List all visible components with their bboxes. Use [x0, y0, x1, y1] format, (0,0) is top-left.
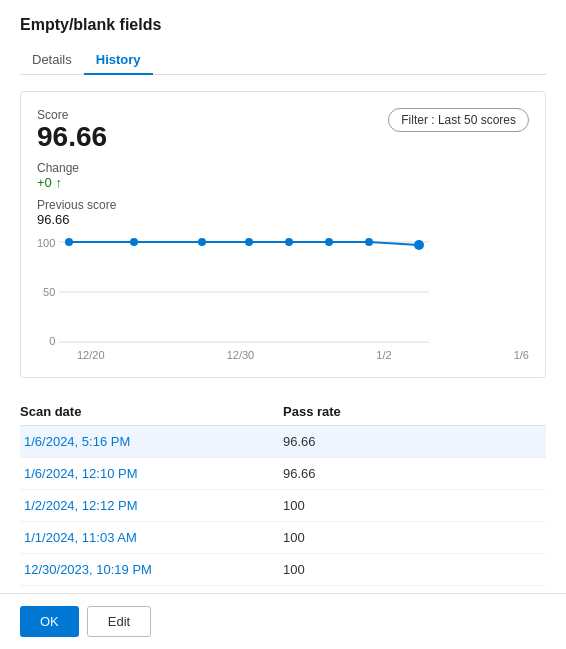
svg-point-6 — [245, 238, 253, 246]
table-row: 1/6/2024, 5:16 PM 96.66 — [20, 426, 546, 458]
svg-point-7 — [285, 238, 293, 246]
col-scan-date: Scan date — [20, 404, 283, 419]
y-label-0: 0 — [49, 335, 55, 347]
svg-point-5 — [198, 238, 206, 246]
chart-area: 100 50 0 — [37, 237, 529, 361]
y-label-50: 50 — [43, 286, 55, 298]
col-pass-rate: Pass rate — [283, 404, 546, 419]
page-title: Empty/blank fields — [20, 16, 546, 34]
chart-card: Score 96.66 Change +0 ↑ Previous score 9… — [20, 91, 546, 378]
prev-score-label: Previous score — [37, 198, 147, 212]
pass-rate-cell: 96.66 — [283, 466, 542, 481]
scan-date-cell[interactable]: 1/2/2024, 12:12 PM — [24, 498, 283, 513]
tab-bar: Details History — [20, 46, 546, 75]
footer: OK Edit — [0, 593, 566, 649]
score-label: Score — [37, 108, 147, 122]
filter-button[interactable]: Filter : Last 50 scores — [388, 108, 529, 132]
x-label-12: 1/2 — [376, 349, 391, 361]
scan-date-cell[interactable]: 12/30/2023, 10:19 PM — [24, 562, 283, 577]
x-axis: 12/20 12/30 1/2 1/6 — [37, 349, 529, 361]
table-row: 1/2/2024, 12:12 PM 100 — [20, 490, 546, 522]
svg-point-8 — [325, 238, 333, 246]
svg-point-10 — [414, 240, 424, 250]
scan-date-cell[interactable]: 1/6/2024, 5:16 PM — [24, 434, 283, 449]
chart-svg — [59, 237, 429, 347]
scan-date-cell[interactable]: 1/6/2024, 12:10 PM — [24, 466, 283, 481]
svg-point-4 — [130, 238, 138, 246]
pass-rate-cell: 100 — [283, 498, 542, 513]
change-label: Change — [37, 161, 147, 175]
change-value: +0 ↑ — [37, 175, 147, 190]
score-value: 96.66 — [37, 122, 147, 153]
ok-button[interactable]: OK — [20, 606, 79, 637]
y-axis: 100 50 0 — [37, 237, 59, 347]
y-label-100: 100 — [37, 237, 55, 249]
table-header: Scan date Pass rate — [20, 398, 546, 426]
pass-rate-cell: 100 — [283, 530, 542, 545]
x-label-1220: 12/20 — [77, 349, 105, 361]
table-row: 1/6/2024, 12:10 PM 96.66 — [20, 458, 546, 490]
table-row: 1/1/2024, 11:03 AM 100 — [20, 522, 546, 554]
tab-history[interactable]: History — [84, 46, 153, 75]
edit-button[interactable]: Edit — [87, 606, 151, 637]
x-label-1230: 12/30 — [227, 349, 255, 361]
table-row: 12/30/2023, 10:19 PM 100 — [20, 554, 546, 586]
pass-rate-cell: 96.66 — [283, 434, 542, 449]
x-label-16: 1/6 — [514, 349, 529, 361]
scan-date-cell[interactable]: 1/1/2024, 11:03 AM — [24, 530, 283, 545]
svg-point-9 — [365, 238, 373, 246]
svg-point-3 — [65, 238, 73, 246]
prev-score-value: 96.66 — [37, 212, 147, 227]
tab-details[interactable]: Details — [20, 46, 84, 75]
pass-rate-cell: 100 — [283, 562, 542, 577]
